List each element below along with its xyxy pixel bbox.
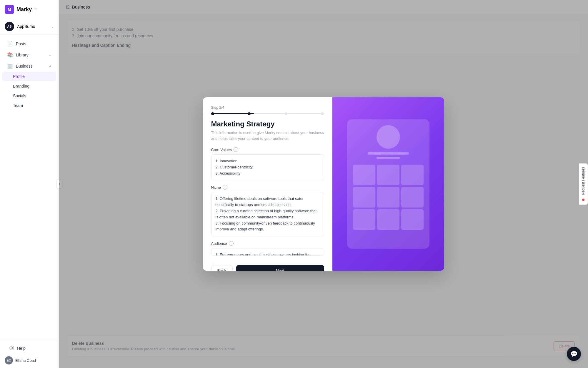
- modal-title: Marketing Strategy: [211, 120, 324, 128]
- user-avatar: EC: [5, 356, 13, 364]
- illus-cell-7: [353, 209, 375, 230]
- library-icon: 📚: [7, 52, 13, 58]
- request-features-button[interactable]: Request Features: [579, 163, 588, 205]
- app-logo: M Marky ™: [0, 0, 59, 19]
- core-values-line-2: 2. Customer-centricity: [216, 164, 320, 170]
- profile-illustration: [347, 119, 429, 249]
- sidebar: M Marky ™ AS AppSumo ⌄ 📄 Posts 📚 Library…: [0, 0, 59, 368]
- core-values-field: 1. Innovation 2. Customer-centricity 3. …: [211, 154, 324, 180]
- illustration-sub-line: [377, 157, 400, 159]
- core-values-line-3: 3. Accessibility: [216, 170, 320, 177]
- core-values-line-1: 1. Innovation: [216, 158, 320, 164]
- illus-cell-1: [353, 165, 375, 185]
- niche-line-3: 3. Focusing on community-driven feedback…: [216, 220, 320, 233]
- niche-field: 1. Offering lifetime deals on software t…: [211, 192, 324, 236]
- user-name: Elisha Coad: [15, 358, 36, 363]
- progress-dot-4: [321, 112, 324, 115]
- sidebar-item-label: Posts: [16, 41, 26, 46]
- niche-line-2: 2. Providing a curated selection of high…: [216, 208, 320, 220]
- next-button[interactable]: Next: [236, 265, 324, 271]
- core-values-info-icon[interactable]: i: [234, 147, 238, 152]
- niche-info-icon[interactable]: i: [223, 185, 227, 190]
- branding-label: Branding: [13, 84, 29, 88]
- socials-label: Socials: [13, 93, 26, 98]
- modal-left-panel: Step 2/4 Marketing Strategy This informa…: [203, 97, 332, 271]
- app-name: Marky: [16, 6, 32, 13]
- help-label: Help: [17, 346, 26, 351]
- request-features-label: Request Features: [581, 167, 585, 195]
- progress-dots: [211, 112, 324, 115]
- sidebar-item-profile[interactable]: Profile: [2, 72, 56, 81]
- audience-info-icon[interactable]: i: [229, 241, 234, 246]
- workspace-name: AppSumo: [17, 24, 48, 29]
- sidebar-item-socials[interactable]: Socials: [2, 91, 56, 101]
- illustration-avatar: [377, 125, 400, 149]
- chat-icon: 💬: [570, 350, 578, 357]
- progress-bar: [211, 113, 324, 114]
- sidebar-item-label: Business: [16, 64, 33, 68]
- illus-cell-9: [401, 209, 424, 230]
- modal-right-panel: [332, 97, 444, 271]
- chevron-icon: ⌄: [49, 53, 51, 57]
- illus-cell-4: [353, 187, 375, 208]
- sidebar-nav: 📄 Posts 📚 Library ⌄ 🏢 Business ∧ Profile…: [0, 34, 59, 339]
- workspace-avatar: AS: [5, 22, 14, 31]
- illustration-name-line: [368, 152, 409, 155]
- sidebar-item-label: Library: [16, 53, 29, 57]
- sidebar-item-help[interactable]: ⓪ Help: [5, 342, 54, 354]
- audience-label: Audience i: [211, 241, 324, 246]
- modal: Step 2/4 Marketing Strategy This informa…: [203, 97, 444, 271]
- illus-cell-6: [401, 187, 424, 208]
- niche-label: Niche i: [211, 185, 324, 190]
- step-indicator: Step 2/4: [211, 106, 324, 110]
- illus-cell-2: [377, 165, 399, 185]
- back-button[interactable]: Back: [211, 265, 233, 271]
- sidebar-item-posts[interactable]: 📄 Posts: [2, 38, 56, 49]
- sidebar-item-business[interactable]: 🏢 Business ∧: [2, 61, 56, 71]
- workspace-selector[interactable]: AS AppSumo ⌄: [0, 19, 59, 34]
- progress-dot-3: [284, 112, 287, 115]
- chevron-down-icon: ⌄: [51, 24, 54, 29]
- niche-line-1: 1. Offering lifetime deals on software t…: [216, 196, 320, 208]
- posts-icon: 📄: [7, 41, 13, 46]
- progress-dot-1: [211, 112, 214, 115]
- help-icon: ⓪: [9, 345, 14, 351]
- audience-field: 1. Entrepreneurs and small business owne…: [211, 248, 324, 256]
- sidebar-user: EC Elisha Coad: [5, 356, 54, 364]
- illustration-grid: [353, 165, 424, 230]
- modal-overlay: Step 2/4 Marketing Strategy This informa…: [59, 0, 588, 368]
- sidebar-bottom: ⓪ Help EC Elisha Coad: [0, 339, 59, 368]
- team-label: Team: [13, 103, 23, 108]
- sidebar-item-team[interactable]: Team: [2, 101, 56, 110]
- chevron-up-icon: ∧: [49, 64, 51, 68]
- logo-icon: M: [5, 5, 14, 14]
- request-features-panel: Request Features: [579, 163, 588, 205]
- illus-cell-3: [401, 165, 424, 185]
- sidebar-item-library[interactable]: 📚 Library ⌄: [2, 49, 56, 60]
- progress-dot-2: [248, 112, 251, 115]
- modal-footer: Back Next: [211, 260, 324, 271]
- modal-subtitle: This information is used to give Marky c…: [211, 130, 324, 141]
- rf-notification-dot: [582, 199, 584, 201]
- profile-label: Profile: [13, 74, 25, 79]
- chat-button[interactable]: 💬: [567, 347, 581, 361]
- audience-line-1: 1. Entrepreneurs and small business owne…: [216, 252, 320, 256]
- illus-cell-8: [377, 209, 399, 230]
- core-values-label: Core Values i: [211, 147, 324, 152]
- progress-track: [211, 113, 324, 114]
- sidebar-item-branding[interactable]: Branding: [2, 81, 56, 91]
- business-icon: 🏢: [7, 63, 13, 69]
- illus-cell-5: [377, 187, 399, 208]
